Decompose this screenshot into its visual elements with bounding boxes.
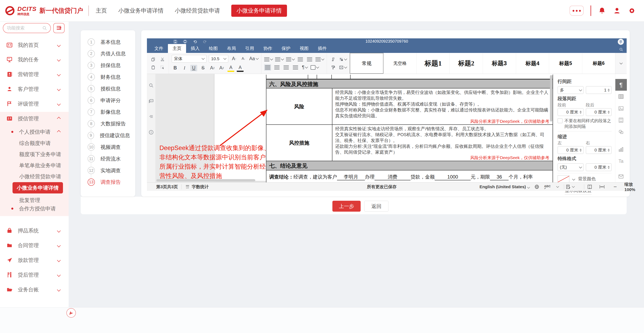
user-icon[interactable]: [613, 7, 621, 15]
change-case-icon[interactable]: Aa: [249, 56, 258, 62]
strikethrough-button[interactable]: S: [200, 65, 206, 71]
format-painter-icon[interactable]: [330, 64, 337, 71]
align-center-button[interactable]: [274, 64, 280, 71]
header-footer-icon[interactable]: [615, 114, 627, 126]
step-coborrower[interactable]: 2共借人信息: [88, 50, 130, 57]
back-button[interactable]: 返回: [364, 201, 388, 212]
menu-toggle-icon[interactable]: [53, 23, 64, 33]
bullet-list-icon[interactable]: [264, 56, 273, 63]
sidebar-item-composite-limit[interactable]: 综合额度申请: [19, 140, 51, 147]
sidebar-item-personal-credit[interactable]: 个人授信申请: [0, 126, 68, 137]
clear-format-icon[interactable]: [330, 56, 337, 63]
sidebar-item-marketing[interactable]: 营销管理: [0, 68, 68, 81]
sidebar-item-my-tasks[interactable]: 我的任务: [0, 53, 68, 66]
sidebar-item-customers[interactable]: 客户管理: [0, 83, 68, 95]
sidebar-item-micro-detail-active[interactable]: 小微业务申请详情: [12, 182, 63, 193]
word-count-label[interactable]: 字数统计: [192, 184, 209, 190]
background-color-swatch[interactable]: [558, 175, 569, 183]
comment-icon[interactable]: [148, 99, 154, 104]
paste-icon[interactable]: [150, 64, 156, 71]
step-bigdata-report[interactable]: 8大数据报告: [88, 120, 130, 127]
superscript-button[interactable]: A2: [209, 65, 216, 71]
italic-button[interactable]: I: [181, 65, 188, 71]
tab-file[interactable]: 文件: [150, 44, 168, 53]
sidebar-search[interactable]: [3, 23, 51, 33]
style-heading4[interactable]: 标题4: [516, 53, 549, 74]
tab-collaboration[interactable]: 协作: [259, 44, 277, 53]
highlight-color-button[interactable]: A: [228, 64, 234, 72]
tab-view[interactable]: 视图: [295, 44, 313, 53]
sidebar-item-micro-loan-apply[interactable]: 小微经营贷款申请: [19, 173, 61, 180]
gear-icon[interactable]: [628, 7, 636, 15]
redo-icon[interactable]: [202, 39, 208, 44]
line-spacing-icon[interactable]: [316, 56, 324, 63]
navigation-pane-icon[interactable]: [148, 114, 154, 119]
sidebar-item-my-home[interactable]: 我的首页: [0, 39, 68, 51]
text-frame-icon[interactable]: [339, 64, 347, 71]
collapse-fab[interactable]: [66, 308, 76, 318]
vertical-scrollbar[interactable]: [550, 75, 552, 122]
step-business-flow[interactable]: 11经营流水: [88, 155, 130, 162]
mailmerge-icon[interactable]: [615, 171, 627, 182]
cut-icon[interactable]: [159, 56, 166, 63]
track-changes-icon[interactable]: [566, 184, 574, 189]
step-finance[interactable]: 4财务信息: [88, 73, 130, 81]
checkbox[interactable]: [558, 118, 562, 123]
nav-tab-micro-detail[interactable]: 小微业务申请详情: [118, 7, 164, 15]
subscript-button[interactable]: A2: [218, 65, 225, 71]
search-icon[interactable]: [148, 83, 154, 88]
sidebar-item-partner-credit[interactable]: 合作方授信申请: [0, 203, 68, 214]
zoom-out-icon[interactable]: −: [614, 184, 617, 190]
decrease-indent-icon[interactable]: [297, 56, 304, 63]
chevron-down-icon[interactable]: [572, 177, 576, 181]
line-spacing-select[interactable]: 多: [558, 86, 584, 94]
save-icon[interactable]: [173, 39, 178, 44]
chart-icon[interactable]: [615, 144, 627, 155]
style-heading3[interactable]: 标题3: [483, 53, 516, 74]
sidebar-item-ledger[interactable]: 业务台账: [0, 283, 68, 296]
panel-collapse-icon[interactable]: [556, 185, 559, 188]
tab-insert[interactable]: 插入: [186, 44, 204, 53]
avatar[interactable]: 李: [618, 39, 624, 45]
spinner-icon[interactable]: [608, 89, 610, 92]
table-icon[interactable]: [615, 91, 627, 102]
step-field-survey[interactable]: 12实地调查: [88, 167, 130, 174]
step-imaging[interactable]: 7影像信息: [88, 108, 130, 116]
style-normal[interactable]: 常规: [350, 53, 384, 74]
tab-home[interactable]: 主页: [168, 44, 186, 53]
font-size-select[interactable]: 10.5: [209, 55, 228, 63]
textart-icon[interactable]: Ta: [615, 155, 627, 167]
indent-left-input[interactable]: 0 厘米: [558, 146, 584, 154]
step-survey-report-active[interactable]: 13调查报告: [88, 179, 130, 186]
copy-icon[interactable]: [150, 56, 156, 63]
spacing-before-input[interactable]: 0 厘米: [558, 108, 584, 116]
multilevel-list-icon[interactable]: [286, 56, 294, 63]
step-authorization[interactable]: 5授权信息: [88, 85, 130, 92]
color-scheme-icon[interactable]: [339, 56, 347, 63]
shading-icon[interactable]: [310, 64, 319, 71]
sidebar-item-single-batch[interactable]: 单笔单批业务申请: [19, 162, 61, 169]
spacing-after-input[interactable]: 0 厘米: [586, 108, 612, 116]
nav-tab-home[interactable]: 主页: [96, 7, 107, 15]
tab-layout[interactable]: 布局: [222, 44, 240, 53]
language-icon[interactable]: [534, 184, 539, 189]
style-heading1[interactable]: 标题1: [416, 53, 450, 74]
sidebar-item-collateral[interactable]: 押品系统: [0, 224, 68, 237]
special-format-value[interactable]: 0 厘米: [586, 163, 612, 171]
indent-right-input[interactable]: 0 厘米: [586, 146, 612, 154]
sidebar-item-disbursement[interactable]: 放款管理: [0, 254, 68, 266]
style-heading2[interactable]: 标题2: [450, 53, 483, 74]
info-icon[interactable]: [148, 130, 154, 135]
font-name-select[interactable]: 宋体: [172, 55, 206, 63]
decrease-font-icon[interactable]: A↓: [240, 56, 247, 62]
style-no-spacing[interactable]: 无空格: [384, 53, 416, 74]
shapes-icon[interactable]: [615, 126, 627, 138]
same-style-checkbox-row[interactable]: 不要在相同样式的段落之间添加间隔: [558, 118, 612, 129]
style-heading6[interactable]: 标题6: [582, 53, 615, 74]
language-selector[interactable]: English (United States): [480, 184, 530, 189]
sidebar-item-under-limit[interactable]: 额度项下业务申请: [19, 151, 61, 158]
underline-button[interactable]: U: [190, 65, 197, 71]
step-guarantee[interactable]: 3担保信息: [88, 62, 130, 69]
conclusion-paragraph[interactable]: 调查结论：经调查，建议为客户李明月办理消费贷款，金额1000元，期限36个月，利…: [266, 170, 553, 182]
step-basic-info[interactable]: 1基本信息: [88, 38, 130, 46]
